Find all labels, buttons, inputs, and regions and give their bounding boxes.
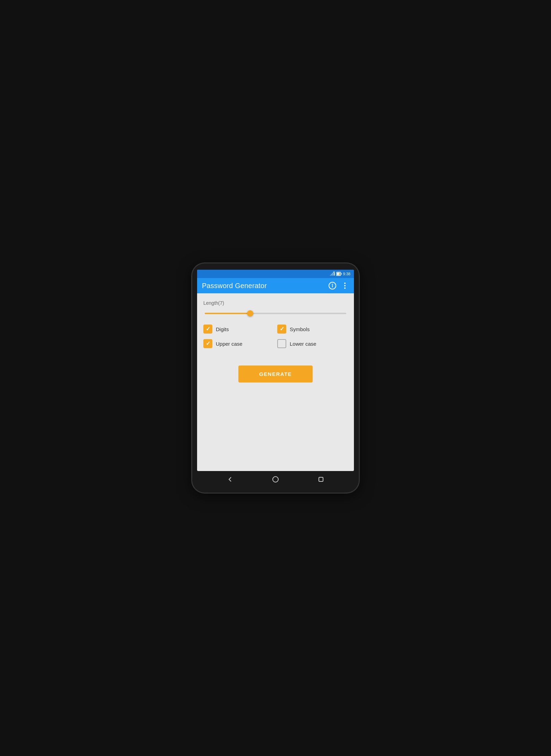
checkmark-symbols: ✓: [280, 326, 284, 332]
option-label-uppercase: Upper case: [216, 341, 243, 347]
slider-fill: [205, 313, 250, 314]
svg-text:⚡: ⚡: [338, 272, 341, 276]
nav-bar: [197, 471, 354, 488]
length-slider[interactable]: [203, 309, 348, 318]
checkbox-symbols[interactable]: ✓: [277, 325, 286, 334]
option-symbols[interactable]: ✓ Symbols: [277, 325, 348, 334]
checkbox-digits[interactable]: ✓: [203, 325, 212, 334]
svg-point-8: [344, 285, 346, 286]
device-frame: ⚡ 9:38 Password Generator: [192, 263, 359, 493]
length-label: Length(7): [203, 300, 348, 306]
checkmark-digits: ✓: [206, 326, 210, 332]
svg-point-7: [344, 283, 346, 284]
checkbox-lowercase[interactable]: [277, 339, 286, 348]
slider-thumb[interactable]: [247, 310, 253, 317]
status-time: 9:38: [343, 272, 350, 276]
back-button[interactable]: [224, 474, 236, 485]
battery-icon: ⚡: [336, 271, 342, 276]
info-icon[interactable]: [328, 282, 337, 290]
home-button[interactable]: [270, 474, 281, 485]
options-grid: ✓ Digits ✓ Symbols ✓ Upper case: [203, 325, 348, 348]
checkbox-uppercase[interactable]: ✓: [203, 339, 212, 348]
app-bar: Password Generator: [197, 278, 354, 293]
app-bar-actions: [328, 282, 349, 290]
app-title: Password Generator: [202, 282, 267, 290]
status-bar: ⚡ 9:38: [197, 270, 354, 278]
recents-button[interactable]: [315, 474, 327, 485]
svg-point-9: [344, 287, 346, 289]
generate-btn-wrapper: GENERATE: [203, 366, 348, 383]
option-uppercase[interactable]: ✓ Upper case: [203, 339, 274, 348]
slider-track: [205, 313, 346, 314]
content: Length(7) ✓ Digits: [197, 293, 354, 471]
svg-point-10: [273, 477, 278, 482]
checkmark-uppercase: ✓: [206, 341, 210, 346]
screen: ⚡ 9:38 Password Generator: [197, 270, 354, 471]
option-lowercase[interactable]: Lower case: [277, 339, 348, 348]
option-label-digits: Digits: [216, 326, 229, 332]
generate-button[interactable]: GENERATE: [238, 366, 313, 383]
option-digits[interactable]: ✓ Digits: [203, 325, 274, 334]
svg-rect-2: [341, 273, 341, 275]
option-label-symbols: Symbols: [290, 326, 310, 332]
more-icon[interactable]: [341, 282, 349, 290]
signal-icon: [330, 271, 335, 276]
option-label-lowercase: Lower case: [290, 341, 316, 347]
svg-rect-11: [319, 477, 323, 481]
